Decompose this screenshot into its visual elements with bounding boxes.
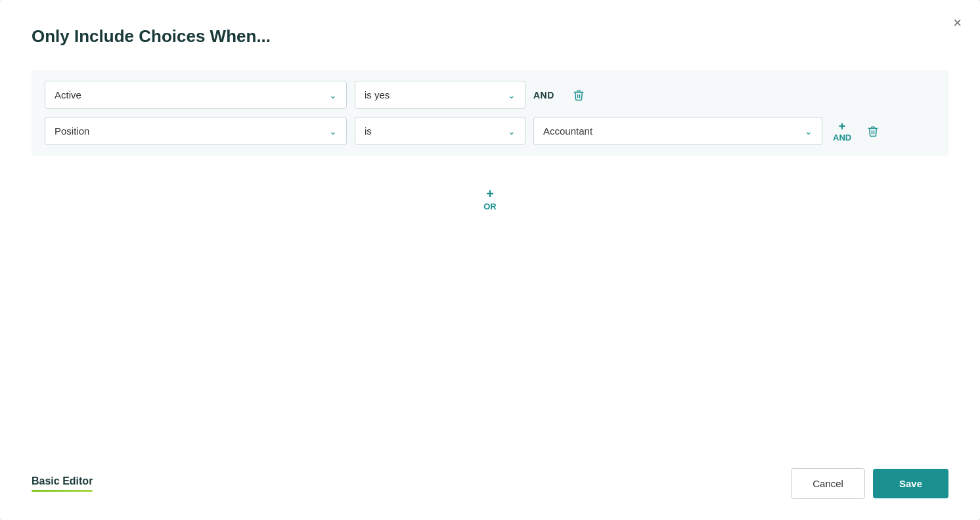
field-select-2[interactable]: Position ⌄: [45, 117, 347, 145]
operator-select-1[interactable]: is yes ⌄: [355, 81, 525, 109]
operator-select-2[interactable]: is ⌄: [355, 117, 525, 145]
add-and-label: AND: [833, 133, 851, 142]
footer-buttons: Cancel Save: [791, 468, 948, 499]
trash-icon-2: [867, 125, 879, 137]
connector-label-1: AND: [533, 90, 560, 100]
footer: Basic Editor Cancel Save: [32, 452, 948, 520]
operator-select-1-chevron: ⌄: [508, 90, 516, 100]
modal-title: Only Include Choices When...: [32, 26, 948, 47]
add-or-plus-icon: +: [486, 187, 494, 200]
add-and-button[interactable]: + AND: [830, 119, 854, 144]
condition-row-2: Position ⌄ is ⌄ Accountant ⌄ + AND: [45, 117, 935, 145]
or-section: + OR: [32, 184, 948, 214]
add-or-label: OR: [483, 202, 497, 211]
value-select-2-chevron: ⌄: [805, 126, 813, 137]
value-select-2[interactable]: Accountant ⌄: [533, 117, 822, 145]
spacer: [32, 214, 948, 452]
operator-select-2-value: is: [365, 125, 372, 137]
trash-icon-1: [573, 89, 585, 101]
field-select-1[interactable]: Active ⌄: [45, 81, 347, 109]
field-select-2-value: Position: [55, 125, 89, 137]
cancel-button[interactable]: Cancel: [791, 468, 865, 499]
condition-row-1: Active ⌄ is yes ⌄ AND: [45, 81, 935, 109]
basic-editor-underline: [32, 490, 93, 492]
add-and-plus-icon: +: [839, 120, 846, 132]
close-icon: ×: [953, 14, 962, 31]
delete-row-1-button[interactable]: [568, 87, 590, 104]
save-button[interactable]: Save: [873, 469, 948, 498]
add-or-button[interactable]: + OR: [478, 184, 502, 214]
conditions-container: Active ⌄ is yes ⌄ AND Position: [32, 70, 948, 156]
basic-editor-link[interactable]: Basic Editor: [32, 475, 93, 492]
field-select-1-chevron: ⌄: [329, 90, 337, 100]
field-select-1-value: Active: [55, 89, 81, 100]
basic-editor-label[interactable]: Basic Editor: [32, 475, 93, 487]
operator-select-2-chevron: ⌄: [508, 126, 516, 137]
delete-row-2-button[interactable]: [862, 123, 884, 140]
value-select-2-value: Accountant: [543, 125, 592, 137]
field-select-2-chevron: ⌄: [329, 126, 337, 137]
operator-select-1-value: is yes: [365, 89, 390, 100]
modal-container: × Only Include Choices When... Active ⌄ …: [0, 0, 980, 520]
close-button[interactable]: ×: [950, 13, 964, 33]
